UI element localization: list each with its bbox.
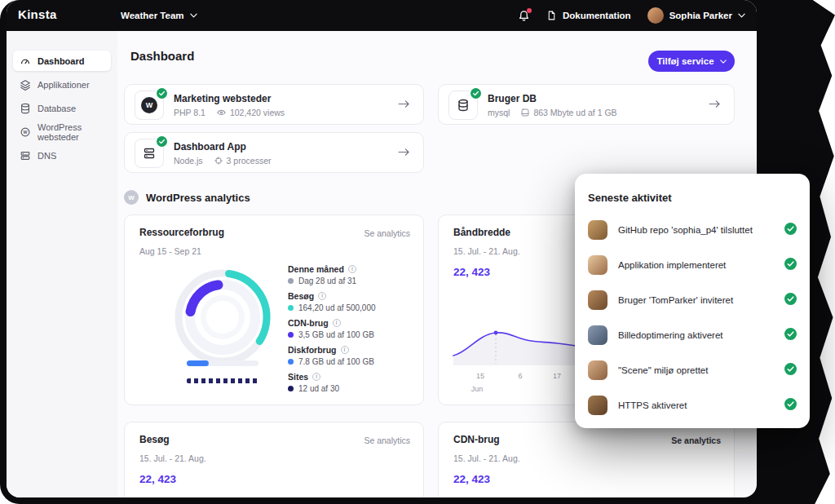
legend-entry: Sites 12 ud af 30 xyxy=(288,372,418,393)
open-service-arrow-icon[interactable] xyxy=(398,148,410,157)
card-title: Båndbredde xyxy=(453,227,510,238)
sidebar-item-applikationer[interactable]: Applikationer xyxy=(13,74,111,95)
status-ok-icon xyxy=(157,87,167,98)
views-icon xyxy=(217,109,226,116)
service-meta: Node.js 3 processer xyxy=(174,156,271,166)
documentation-link[interactable]: Dokumentation xyxy=(546,10,631,21)
activity-text: Applikation implementeret xyxy=(618,260,784,270)
gauge-icon xyxy=(20,55,31,67)
service-card-marketing-websteder[interactable]: Marketing websteder PHP 8.1 102,420 view… xyxy=(124,84,424,125)
bandwidth-value: 22, 423 xyxy=(453,266,490,278)
sidebar-item-label: Dashboard xyxy=(38,56,84,66)
service-card-bruger-db[interactable]: Bruger DB mysql 863 Mbyte ud af 1 GB xyxy=(438,84,735,125)
status-ok-icon xyxy=(471,87,481,98)
activity-item[interactable]: Bruger 'TomParker' inviteret xyxy=(588,290,797,311)
see-analytics-link[interactable]: Se analytics xyxy=(364,435,410,445)
activity-panel: Seneste aktivitet GitHub repo 'sophia_p4… xyxy=(575,174,810,428)
see-analytics-link[interactable]: Se analytics xyxy=(671,435,721,445)
info-icon[interactable] xyxy=(318,292,326,300)
see-analytics-link[interactable]: Se analytics xyxy=(364,228,410,238)
legend-entry: Besøg 164,20 ud af 500,000 xyxy=(288,291,418,312)
wordpress-icon: W xyxy=(20,126,31,138)
notifications-button[interactable] xyxy=(518,10,530,22)
visits-value: 22, 423 xyxy=(139,473,176,485)
card-period: 15. Jul. - 21. Aug. xyxy=(453,453,520,463)
legend-dot xyxy=(288,386,294,391)
card-title: Besøg xyxy=(139,434,170,445)
open-service-arrow-icon[interactable] xyxy=(709,99,721,108)
storage-value: 863 Mbyte ud af 1 GB xyxy=(533,108,616,117)
sites-usage-bar xyxy=(187,378,258,383)
info-icon[interactable] xyxy=(312,373,320,381)
service-card-dashboard-app[interactable]: Dashboard App Node.js 3 processer xyxy=(124,132,424,173)
legend-dot xyxy=(288,278,294,284)
topbar-right: Dokumentation Sophia Parker xyxy=(518,0,745,31)
svg-text:W: W xyxy=(24,130,28,135)
activity-item[interactable]: "Scene" miljø oprettet xyxy=(588,360,797,381)
sidebar-item-label: WordPress websteder xyxy=(38,122,104,142)
sidebar: Dashboard Applikationer Database W WordP… xyxy=(7,31,117,497)
sidebar-item-dashboard[interactable]: Dashboard xyxy=(13,51,111,71)
card-title: Ressourceforbrug xyxy=(139,227,224,238)
activity-item[interactable]: Applikation implementeret xyxy=(588,254,797,276)
storage-icon xyxy=(521,108,529,117)
topbar: Kinsta Weather Team xyxy=(7,0,757,31)
process-value: 3 processer xyxy=(227,156,272,166)
service-meta: mysql 863 Mbyte ud af 1 GB xyxy=(488,108,617,117)
legend-dot xyxy=(288,305,294,311)
status-ok-icon xyxy=(784,293,797,308)
sidebar-item-label: Applikationer xyxy=(38,80,90,90)
process-icon xyxy=(214,157,223,165)
activity-item[interactable]: HTTPS aktiveret xyxy=(588,395,797,416)
add-service-button[interactable]: Tilføj service xyxy=(648,51,735,72)
sidebar-item-label: DNS xyxy=(38,151,56,161)
layers-icon xyxy=(20,79,31,91)
open-service-arrow-icon[interactable] xyxy=(398,99,410,108)
card-period: 15. Jul. - 21. Aug. xyxy=(453,246,520,256)
activity-item[interactable]: Billedoptimering aktiveret xyxy=(588,325,797,346)
legend-label: Diskforbrug xyxy=(288,345,337,355)
page-title: Dashboard xyxy=(130,49,194,63)
sidebar-item-wordpress-websteder[interactable]: W WordPress websteder xyxy=(13,122,111,142)
sidebar-item-database[interactable]: Database xyxy=(13,98,111,118)
legend-dot xyxy=(288,332,294,338)
user-menu[interactable]: Sophia Parker xyxy=(647,7,745,24)
kinsta-logo[interactable]: Kinsta xyxy=(18,7,57,21)
service-title: Marketing websteder xyxy=(174,93,271,104)
legend-label: Sites xyxy=(288,372,308,382)
info-icon[interactable] xyxy=(333,319,341,327)
info-icon[interactable] xyxy=(348,265,356,273)
sidebar-item-dns[interactable]: DNS xyxy=(13,145,111,166)
info-icon[interactable] xyxy=(341,346,349,354)
status-ok-icon xyxy=(784,223,797,238)
activity-text: "Scene" miljø oprettet xyxy=(618,365,784,375)
wordpress-icon xyxy=(135,91,164,120)
stack-icon xyxy=(135,139,164,168)
database-icon xyxy=(448,91,478,120)
avatar xyxy=(588,290,607,310)
legend-label: Denne måned xyxy=(288,264,344,274)
resource-donut-chart xyxy=(167,262,278,373)
x-tick: 6 xyxy=(518,372,522,380)
dns-icon xyxy=(20,150,31,161)
activity-item[interactable]: GitHub repo 'sophia_p4' tilsluttet xyxy=(588,219,797,241)
legend-label: CDN-brug xyxy=(288,318,329,328)
x-tick: 17 xyxy=(553,372,561,380)
chevron-down-icon xyxy=(738,13,745,18)
legend-entry: Diskforbrug 7.8 GB ud af 100 GB xyxy=(288,345,418,366)
add-service-label: Tilføj service xyxy=(656,56,714,66)
views-value: 102,420 views xyxy=(230,108,285,117)
activity-panel-title: Seneste aktivitet xyxy=(588,192,672,204)
activity-text: HTTPS aktiveret xyxy=(618,400,784,410)
team-selector[interactable]: Weather Team xyxy=(121,0,197,31)
legend-value: 7.8 GB ud af 100 GB xyxy=(298,357,374,366)
avatar xyxy=(588,396,607,415)
activity-text: Billedoptimering aktiveret xyxy=(618,330,784,340)
sidebar-item-label: Database xyxy=(38,104,76,113)
user-name: Sophia Parker xyxy=(669,11,732,20)
notification-dot xyxy=(527,8,532,13)
status-ok-icon xyxy=(784,258,797,273)
card-title: CDN-brug xyxy=(453,434,500,445)
avatar xyxy=(588,255,607,275)
runtime-label: PHP 8.1 xyxy=(174,108,205,117)
